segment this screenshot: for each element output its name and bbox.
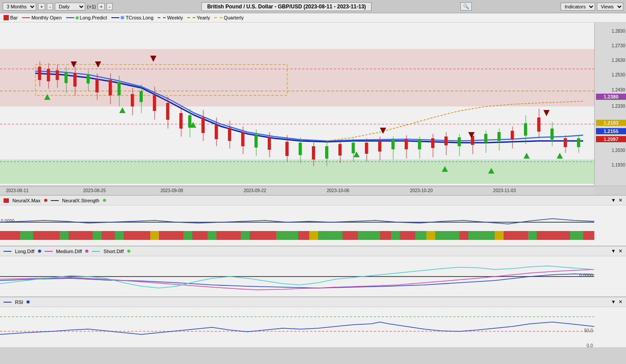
search-button[interactable]: 🔍 bbox=[460, 2, 472, 11]
candle-body bbox=[524, 123, 527, 136]
period-minus-btn[interactable]: - bbox=[47, 3, 53, 10]
price-badge-1219: 1.2193 bbox=[596, 120, 626, 126]
legend-monthly-open: Monthly Open bbox=[22, 15, 61, 20]
neuralx-panel: NeuralX.Max NeuralX.Strength ▼ ✕ bbox=[0, 195, 626, 246]
candle-body bbox=[56, 70, 59, 80]
medium-diff-icon bbox=[45, 251, 53, 252]
band-cell bbox=[183, 231, 192, 240]
offset-label: (+1) bbox=[87, 4, 96, 9]
band-cell bbox=[150, 231, 159, 240]
diff-panel: Long.Diff Medium.Diff Short.Diff ▼ ✕ 0.0… bbox=[0, 246, 626, 296]
period-plus-btn[interactable]: + bbox=[38, 3, 45, 10]
signal-arrow-up bbox=[557, 153, 563, 159]
candle-body bbox=[285, 142, 288, 156]
neuralx-close-icon[interactable]: ✕ bbox=[618, 197, 622, 203]
band-cell bbox=[484, 231, 495, 240]
long-diff-icon bbox=[4, 251, 11, 252]
band-cell bbox=[298, 231, 309, 240]
band-cell bbox=[276, 231, 285, 240]
candle-body bbox=[228, 128, 231, 141]
diff-svg bbox=[0, 256, 594, 297]
period-select[interactable]: 3 Months 1 Week 1 Month 6 Months bbox=[3, 3, 36, 11]
candle-body bbox=[484, 134, 487, 143]
candle-body bbox=[254, 135, 258, 148]
diff-dropdown-icon[interactable]: ▼ bbox=[611, 248, 616, 254]
band-cell bbox=[561, 231, 570, 240]
price-badge-1209: 1.2097 bbox=[596, 136, 626, 142]
band-cell bbox=[448, 231, 459, 240]
candle-body bbox=[405, 140, 408, 149]
diff-chart-area: 0.0000 bbox=[0, 256, 626, 297]
candle-body bbox=[365, 143, 368, 154]
band-cell bbox=[241, 231, 250, 240]
interval-select[interactable]: Daily Weekly Monthly bbox=[55, 3, 85, 11]
date-sep08: 2023-09-08 bbox=[160, 188, 183, 193]
band-cell bbox=[230, 231, 241, 240]
indicators-select[interactable]: Indicators bbox=[561, 3, 595, 11]
date-nov03: 2023-11-03 bbox=[493, 188, 516, 193]
diff-close-icon[interactable]: ✕ bbox=[618, 248, 622, 254]
band-cell bbox=[33, 231, 44, 240]
band-cell bbox=[468, 231, 484, 240]
offset-minus-btn[interactable]: - bbox=[106, 3, 113, 10]
signal-arrow-up bbox=[524, 153, 530, 159]
rsi-line bbox=[0, 322, 594, 334]
short-diff-label: Short.Diff bbox=[103, 249, 124, 254]
price-1203: 1.2030 bbox=[611, 148, 625, 152]
legend-weekly-label: Weekly bbox=[167, 15, 183, 20]
candle-body bbox=[299, 143, 302, 155]
band-cell bbox=[367, 231, 380, 240]
legend-bar-label: Bar bbox=[10, 15, 18, 20]
yearly-icon bbox=[187, 17, 195, 18]
band-cell bbox=[216, 231, 230, 240]
tcross-icon bbox=[111, 17, 119, 18]
neuralx-max-dot bbox=[44, 199, 47, 202]
right-controls: Indicators Views bbox=[561, 3, 623, 11]
main-chart[interactable]: 1.2830 1.2730 1.2630 1.2530 1.2430 1.238… bbox=[0, 23, 626, 186]
diff-header: Long.Diff Medium.Diff Short.Diff ▼ ✕ bbox=[0, 246, 626, 256]
short-diff-line bbox=[0, 266, 594, 288]
band-cell bbox=[391, 231, 400, 240]
quarterly-icon bbox=[214, 17, 222, 18]
rsi-svg bbox=[0, 307, 594, 348]
band-cell bbox=[82, 231, 93, 240]
date-sep22: 2023-09-22 bbox=[243, 188, 266, 193]
rsi-dot bbox=[27, 300, 30, 303]
long-predict-icon bbox=[66, 17, 74, 18]
candle-body bbox=[201, 118, 205, 133]
candle-body bbox=[564, 138, 567, 147]
price-badge-1215: 1.2155 bbox=[596, 128, 626, 134]
candle-body bbox=[215, 125, 218, 139]
legend-quarterly: Quarterly bbox=[214, 15, 243, 20]
neuralx-dropdown-icon[interactable]: ▼ bbox=[611, 197, 616, 203]
price-1243: 1.2430 bbox=[611, 87, 625, 92]
price-1233: 1.2330 bbox=[611, 103, 625, 108]
legend-bar-item: Bar bbox=[4, 15, 18, 20]
band-cell bbox=[192, 231, 208, 240]
long-predict-forecast bbox=[327, 101, 583, 141]
legend-long-predict-label: Long.Predict bbox=[80, 15, 107, 20]
views-select[interactable]: Views bbox=[597, 3, 623, 11]
price-badge-1238: 1.2380 bbox=[596, 94, 626, 100]
green-support-band bbox=[0, 159, 594, 184]
price-1273: 1.2730 bbox=[611, 43, 625, 48]
band-cell bbox=[495, 231, 504, 240]
signal-arrow-up bbox=[119, 107, 125, 113]
rsi-close-icon[interactable]: ✕ bbox=[618, 299, 622, 305]
rsi-dropdown-icon[interactable]: ▼ bbox=[611, 299, 616, 305]
legend-quarterly-label: Quarterly bbox=[224, 15, 243, 20]
band-cell bbox=[528, 231, 537, 240]
neuralx-chart-area: 0.0000 bbox=[0, 205, 626, 246]
candle-body bbox=[131, 94, 134, 106]
legend-long-predict: Long.Predict bbox=[66, 15, 107, 20]
candle-body bbox=[166, 103, 169, 120]
candle-body bbox=[338, 144, 341, 155]
band-cell bbox=[358, 231, 367, 240]
offset-plus-btn[interactable]: + bbox=[98, 3, 105, 10]
band-cell bbox=[459, 231, 468, 240]
diff-value: 0.0000 bbox=[579, 273, 593, 278]
band-cell bbox=[415, 231, 426, 240]
band-cell bbox=[342, 231, 358, 240]
candle-body bbox=[64, 72, 68, 83]
candle-body bbox=[38, 67, 41, 80]
